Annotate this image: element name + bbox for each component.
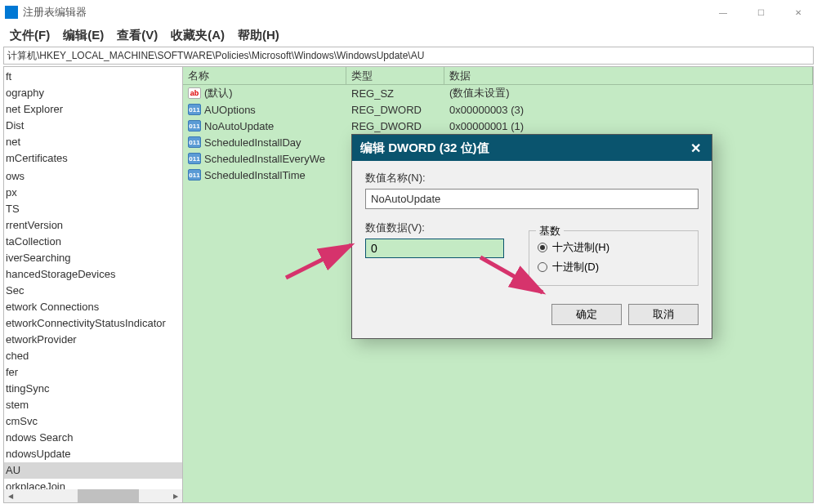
tree-item[interactable]: Dist <box>4 118 182 134</box>
tree-item[interactable]: ched <box>4 348 182 364</box>
base-legend: 基数 <box>536 224 564 239</box>
radio-hex[interactable]: 十六进制(H) <box>538 238 690 257</box>
dword-value-icon: 011 <box>188 136 201 148</box>
tree-item[interactable]: Sec <box>4 283 182 299</box>
value-name-label: 数值名称(N): <box>365 171 699 185</box>
dword-value-icon: 011 <box>188 104 201 115</box>
col-data[interactable]: 数据 <box>444 67 813 85</box>
menu-edit[interactable]: 编辑(E) <box>56 26 110 45</box>
tree-item[interactable]: ography <box>4 85 182 101</box>
dialog-title-bar[interactable]: 编辑 DWORD (32 位)值 ✕ <box>352 135 712 161</box>
col-type[interactable]: 类型 <box>346 67 444 85</box>
dword-value-icon: 011 <box>188 153 201 164</box>
tree-pane[interactable]: ftographynet ExplorerDistnetmCertificate… <box>3 66 183 503</box>
window-title: 注册表编辑器 <box>23 5 704 20</box>
cancel-button[interactable]: 取消 <box>628 304 699 325</box>
tree-item[interactable]: ttingSync <box>4 381 182 397</box>
tree-item[interactable]: AU <box>4 462 182 479</box>
value-name-field[interactable]: NoAutoUpdate <box>365 189 699 209</box>
col-name[interactable]: 名称 <box>183 67 346 85</box>
list-row[interactable]: ab(默认)REG_SZ(数值未设置) <box>183 85 813 101</box>
dialog-close-button[interactable]: ✕ <box>687 140 703 156</box>
maximize-button[interactable]: ☐ <box>742 0 779 25</box>
tree-item[interactable]: hancedStorageDevices <box>4 266 182 283</box>
tree-item[interactable]: ft <box>4 69 182 85</box>
dword-value-icon: 011 <box>188 120 201 132</box>
tree-item[interactable]: px <box>4 185 182 201</box>
tree-item[interactable]: rrentVersion <box>4 217 182 234</box>
title-bar: 注册表编辑器 — ☐ ✕ <box>0 0 817 25</box>
dialog-title: 编辑 DWORD (32 位)值 <box>360 140 489 156</box>
string-value-icon: ab <box>188 87 201 99</box>
edit-dword-dialog: 编辑 DWORD (32 位)值 ✕ 数值名称(N): NoAutoUpdate… <box>351 134 712 339</box>
value-data-label: 数值数据(V): <box>365 221 512 235</box>
tree-item[interactable]: ows <box>4 168 182 185</box>
tree-item[interactable]: fer <box>4 364 182 381</box>
minimize-button[interactable]: — <box>704 0 742 25</box>
address-bar[interactable]: 计算机\HKEY_LOCAL_MACHINE\SOFTWARE\Policies… <box>3 47 814 65</box>
tree-item[interactable]: ndows Search <box>4 430 182 446</box>
radio-hex-icon <box>538 243 547 252</box>
tree-h-scrollbar[interactable]: ◀ ▶ <box>4 489 182 502</box>
list-header: 名称 类型 数据 <box>183 67 813 85</box>
list-row[interactable]: 011NoAutoUpdateREG_DWORD0x00000001 (1) <box>183 118 813 134</box>
tree-item[interactable]: taCollection <box>4 234 182 250</box>
tree-item[interactable]: net Explorer <box>4 101 182 118</box>
scroll-right-icon[interactable]: ▶ <box>169 489 182 502</box>
tree-item[interactable]: etworkProvider <box>4 332 182 348</box>
base-group: 基数 十六进制(H) 十进制(D) <box>529 230 699 286</box>
tree-item[interactable]: mCertificates <box>4 150 182 167</box>
menu-bar: 文件(F) 编辑(E) 查看(V) 收藏夹(A) 帮助(H) <box>0 25 817 46</box>
list-row[interactable]: 011AUOptionsREG_DWORD0x00000003 (3) <box>183 101 813 118</box>
tree-item[interactable]: iverSearching <box>4 250 182 266</box>
radio-dec[interactable]: 十进制(D) <box>538 257 690 277</box>
app-icon <box>5 6 18 19</box>
tree-item[interactable]: etworkConnectivityStatusIndicator <box>4 315 182 332</box>
scroll-left-icon[interactable]: ◀ <box>4 489 17 502</box>
radio-dec-icon <box>538 262 547 272</box>
dword-value-icon: 011 <box>188 169 201 181</box>
ok-button[interactable]: 确定 <box>551 304 622 325</box>
tree-item[interactable]: ndowsUpdate <box>4 446 182 462</box>
menu-view[interactable]: 查看(V) <box>110 26 164 45</box>
menu-help[interactable]: 帮助(H) <box>231 26 286 45</box>
menu-file[interactable]: 文件(F) <box>3 26 56 45</box>
tree-item[interactable]: TS <box>4 201 182 217</box>
tree-item[interactable]: cmSvc <box>4 413 182 430</box>
menu-favorites[interactable]: 收藏夹(A) <box>164 26 231 45</box>
value-data-input[interactable] <box>365 239 504 258</box>
tree-item[interactable]: etwork Connections <box>4 299 182 315</box>
window-controls: — ☐ ✕ <box>704 0 817 25</box>
tree-item[interactable]: net <box>4 134 182 150</box>
tree-item[interactable]: stem <box>4 397 182 413</box>
close-button[interactable]: ✕ <box>779 0 817 25</box>
